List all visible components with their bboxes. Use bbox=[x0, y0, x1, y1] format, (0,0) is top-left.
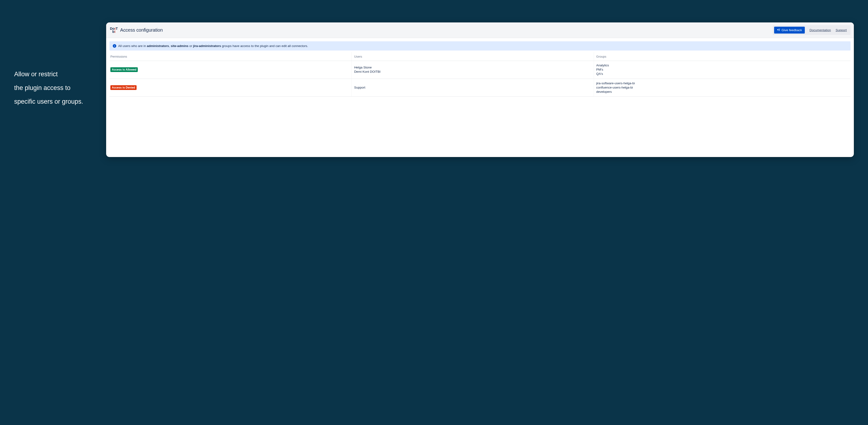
table-row[interactable]: Access is AllowedHelga StoneDemi Kont DO… bbox=[110, 61, 850, 79]
app-window: DoıT bi Access configuration Give feedba… bbox=[106, 22, 854, 157]
logo: DoıT bi bbox=[110, 27, 118, 33]
group-item: jira-software-users-helga-bi bbox=[596, 81, 635, 85]
group-item: Analytics bbox=[596, 63, 609, 67]
status-badge: Access is Allowed bbox=[111, 67, 138, 72]
table-header-row: Permissions Users Groups bbox=[110, 52, 850, 61]
page-title: Access configuration bbox=[120, 27, 163, 33]
user-item: Support bbox=[354, 85, 365, 90]
info-icon: i bbox=[113, 44, 116, 48]
banner-text: All users who are in administrators, sit… bbox=[118, 44, 308, 48]
group-item: confluence-users-helga-bi bbox=[596, 85, 633, 90]
cell-users: Support bbox=[351, 79, 593, 96]
column-permissions: Permissions bbox=[110, 52, 351, 61]
cell-groups: jira-software-users-helga-biconfluence-u… bbox=[594, 79, 850, 96]
cell-groups: AnalyticsPM'sQA's bbox=[594, 61, 850, 79]
permissions-table: Permissions Users Groups Access is Allow… bbox=[110, 52, 850, 96]
promo-caption: Allow or restrict the plugin access to s… bbox=[14, 22, 104, 108]
content-area: i All users who are in administrators, s… bbox=[106, 38, 854, 100]
megaphone-icon bbox=[777, 28, 780, 32]
caption-line: specific users or groups. bbox=[14, 95, 104, 108]
column-groups: Groups bbox=[594, 52, 850, 61]
documentation-link[interactable]: Documentation bbox=[809, 28, 831, 32]
user-item: Demi Kont DOITBI bbox=[354, 69, 380, 74]
caption-line: Allow or restrict bbox=[14, 67, 104, 81]
table-row[interactable]: Access is DeniedSupportjira-software-use… bbox=[110, 79, 850, 97]
cell-permission: Access is Denied bbox=[110, 79, 351, 96]
status-badge: Access is Denied bbox=[111, 85, 136, 90]
cell-users: Helga StoneDemi Kont DOITBI bbox=[351, 61, 593, 79]
caption-line: the plugin access to bbox=[14, 81, 104, 95]
feedback-label: Give feedback bbox=[782, 28, 802, 32]
group-item: PM's bbox=[596, 67, 603, 72]
header-actions: Give feedback Documentation Support bbox=[773, 25, 850, 35]
support-link[interactable]: Support bbox=[836, 28, 847, 32]
cell-permission: Access is Allowed bbox=[110, 61, 351, 79]
user-item: Helga Stone bbox=[354, 65, 371, 69]
group-item: QA's bbox=[596, 72, 603, 76]
info-banner: i All users who are in administrators, s… bbox=[110, 41, 850, 51]
header-left: DoıT bi Access configuration bbox=[110, 27, 163, 33]
group-item: developers bbox=[596, 90, 612, 94]
column-users: Users bbox=[351, 52, 593, 61]
header-bar: DoıT bi Access configuration Give feedba… bbox=[106, 22, 854, 38]
give-feedback-button[interactable]: Give feedback bbox=[774, 27, 805, 33]
